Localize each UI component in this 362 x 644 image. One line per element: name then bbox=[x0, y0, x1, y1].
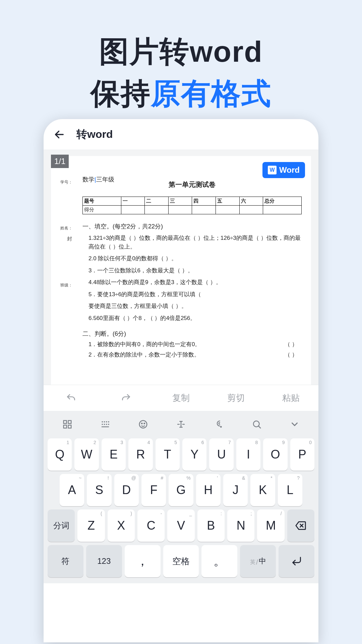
keyboard: Q1W2E3R4T5Y6U7I8O9P0 A~S!D@F#G%H'J&K*L? … bbox=[44, 411, 318, 583]
key-o[interactable]: O9 bbox=[263, 438, 287, 471]
key-j[interactable]: J& bbox=[223, 474, 248, 506]
word-icon: W bbox=[268, 166, 277, 174]
paste-button[interactable]: 粘贴 bbox=[263, 392, 318, 404]
cut-button[interactable]: 剪切 bbox=[208, 392, 263, 404]
key-w[interactable]: W2 bbox=[74, 438, 99, 471]
doc-title: 第一单元测试卷 bbox=[82, 180, 302, 189]
svg-rect-3 bbox=[63, 425, 66, 428]
key-q[interactable]: Q1 bbox=[48, 438, 72, 471]
kbd-layout-icon[interactable] bbox=[86, 419, 124, 429]
key-m[interactable]: M/ bbox=[257, 509, 284, 542]
section-1-heading: 一、填空。(每空2分，共22分) bbox=[82, 222, 302, 230]
question-2: 2.0 除以任何不是0的数都得（ ）。 bbox=[88, 254, 302, 263]
key-v[interactable]: V_ bbox=[167, 509, 194, 542]
section-2-heading: 二、判断。(6分) bbox=[82, 330, 302, 338]
question-3: 3．一个三位数除以6，余数最大是（ ）。 bbox=[88, 266, 302, 275]
key-t[interactable]: T5 bbox=[156, 438, 180, 471]
question-1: 1.321÷3的商是（ ）位数，商的最高位在（ ）位上；126÷3的商是（ ）位… bbox=[88, 234, 302, 251]
key-g[interactable]: G% bbox=[169, 474, 193, 506]
key-i[interactable]: I8 bbox=[236, 438, 260, 471]
kbd-collapse-icon[interactable] bbox=[276, 419, 314, 429]
key-x[interactable]: X) bbox=[108, 509, 135, 542]
svg-rect-2 bbox=[68, 421, 71, 424]
key-comma[interactable]: ， bbox=[125, 545, 161, 577]
question-6: 6.560里面有（ ）个8，（ ）的4倍是256。 bbox=[88, 314, 302, 323]
score-table: 题号 一二 三四 五六 总分 得分 bbox=[82, 197, 302, 214]
document-area[interactable]: 1/1 W Word 学号： 姓名： 封 班级： 数学|三年级 bbox=[44, 150, 318, 385]
svg-point-14 bbox=[139, 421, 147, 428]
document-page[interactable]: W Word 学号： 姓名： 封 班级： 数学|三年级 第一单元测试卷 bbox=[51, 156, 311, 385]
hero-line-1: 图片转word bbox=[0, 32, 362, 72]
redo-button[interactable] bbox=[99, 393, 154, 404]
key-e[interactable]: E3 bbox=[102, 438, 126, 471]
export-word-button[interactable]: W Word bbox=[262, 162, 305, 178]
svg-point-9 bbox=[102, 424, 103, 425]
key-u[interactable]: U7 bbox=[209, 438, 233, 471]
key-n[interactable]: N; bbox=[227, 509, 254, 542]
question-4: 4.48除以一个数的商是9，余数是3，这个数是（ ）。 bbox=[88, 278, 302, 287]
judge-2: 2．在有余数的除法中，余数一定小于除数。（ ） bbox=[88, 351, 302, 359]
key-c[interactable]: C- bbox=[137, 509, 165, 542]
edit-toolbar: 复制 剪切 粘贴 bbox=[44, 385, 318, 411]
key-backspace[interactable] bbox=[287, 509, 314, 542]
question-5a: 5．要使13÷6的商是两位数，方框里可以填（ bbox=[88, 290, 302, 299]
key-enter[interactable] bbox=[279, 545, 314, 577]
copy-button[interactable]: 复制 bbox=[154, 392, 208, 404]
svg-point-17 bbox=[221, 426, 222, 427]
key-fenci[interactable]: 分词 bbox=[48, 509, 75, 542]
key-l[interactable]: L? bbox=[278, 474, 302, 506]
svg-point-7 bbox=[106, 421, 107, 423]
question-5b: 要使商是三位数，方框里最小填（ ）。 bbox=[88, 302, 302, 311]
svg-point-8 bbox=[108, 421, 109, 423]
key-f[interactable]: F# bbox=[141, 474, 166, 506]
svg-point-16 bbox=[144, 423, 145, 424]
kbd-emoji-icon[interactable] bbox=[124, 419, 162, 429]
key-lang-toggle[interactable]: 英/中 bbox=[240, 545, 276, 577]
page-indicator: 1/1 bbox=[51, 155, 69, 168]
margin-labels: 学号： 姓名： 封 班级： bbox=[60, 175, 78, 359]
appbar-title: 转word bbox=[76, 127, 113, 142]
key-numeric[interactable]: 123 bbox=[86, 545, 122, 577]
kbd-voice-icon[interactable] bbox=[200, 419, 238, 429]
svg-rect-13 bbox=[101, 426, 109, 427]
key-r[interactable]: R4 bbox=[128, 438, 153, 471]
kbd-grid-icon[interactable] bbox=[48, 419, 86, 429]
key-a[interactable]: A~ bbox=[60, 474, 84, 506]
svg-point-6 bbox=[104, 421, 105, 423]
key-k[interactable]: K* bbox=[250, 474, 275, 506]
key-s[interactable]: S! bbox=[87, 474, 111, 506]
keyboard-toolbar bbox=[46, 414, 316, 435]
key-p[interactable]: P0 bbox=[290, 438, 314, 471]
svg-line-19 bbox=[258, 426, 260, 428]
judge-1: 1．被除数的中间有0，商的中间也一定有0。（ ） bbox=[88, 340, 302, 348]
key-symbol[interactable]: 符 bbox=[48, 545, 83, 577]
undo-button[interactable] bbox=[44, 393, 99, 404]
key-space[interactable]: 空格 bbox=[163, 545, 199, 577]
hero-line-2: 保持原有格式 bbox=[0, 74, 362, 114]
key-b[interactable]: B: bbox=[197, 509, 225, 542]
key-d[interactable]: D@ bbox=[114, 474, 139, 506]
document-content[interactable]: 数学|三年级 第一单元测试卷 题号 一二 三四 五六 总分 得分 bbox=[82, 175, 302, 359]
svg-point-12 bbox=[108, 424, 109, 425]
kbd-cursor-icon[interactable] bbox=[162, 419, 200, 429]
svg-point-10 bbox=[104, 424, 105, 425]
app-bar: 转word bbox=[44, 119, 318, 150]
key-z[interactable]: Z( bbox=[77, 509, 105, 542]
key-period[interactable]: 。 bbox=[201, 545, 237, 577]
svg-point-15 bbox=[141, 423, 142, 424]
svg-point-5 bbox=[102, 421, 103, 423]
hero-headline: 图片转word 保持原有格式 bbox=[0, 0, 362, 114]
svg-point-11 bbox=[106, 424, 107, 425]
key-y[interactable]: Y6 bbox=[182, 438, 206, 471]
kbd-search-icon[interactable] bbox=[238, 419, 276, 429]
key-h[interactable]: H' bbox=[196, 474, 221, 506]
svg-rect-4 bbox=[68, 425, 71, 428]
svg-rect-1 bbox=[63, 421, 66, 424]
back-icon[interactable] bbox=[54, 129, 65, 140]
phone-frame: 转word 1/1 W Word 学号： 姓名： 封 班级： bbox=[44, 119, 318, 642]
